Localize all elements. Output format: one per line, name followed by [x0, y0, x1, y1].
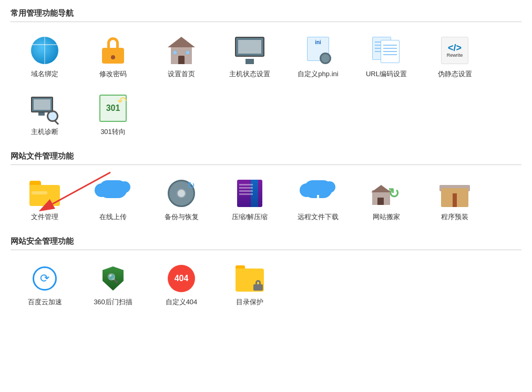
- divider-file: [11, 164, 521, 165]
- compress-icon: [237, 180, 262, 207]
- rewrite-item[interactable]: </> Rewrite 伪静态设置: [421, 30, 489, 83]
- compress-item[interactable]: 压缩/解压缩: [216, 173, 284, 226]
- section-title-common: 常用管理功能导航: [11, 8, 521, 18]
- file-icon-grid: 文件管理 在线上传 ↻: [11, 173, 521, 226]
- security-icon-grid: ⟳ 百度云加速 🔍 360后门扫描: [11, 259, 521, 311]
- section-security: 网站安全管理功能 ⟳ 百度云加速 �: [11, 236, 521, 311]
- change-password-item[interactable]: 修改密码: [79, 30, 147, 83]
- dir-protect-item[interactable]: 目录保护: [216, 259, 284, 311]
- host-status-label: 主机状态设置: [229, 69, 270, 79]
- folder-icon: [29, 181, 60, 206]
- monitor-icon: [235, 37, 264, 64]
- baidu-speed-item[interactable]: ⟳ 百度云加速: [11, 259, 79, 311]
- change-password-label: 修改密码: [99, 69, 127, 79]
- host-status-item[interactable]: 主机状态设置: [216, 30, 284, 83]
- compress-icon-box: [234, 178, 265, 209]
- remote-download-item[interactable]: 远程文件下载: [284, 173, 352, 226]
- url-encoding-label: URL编码设置: [366, 69, 407, 79]
- host-diagnose-icon-box: [29, 92, 60, 124]
- site-move-item[interactable]: ↻ 网站搬家: [352, 173, 421, 226]
- backup-icon: ↻: [168, 180, 195, 207]
- online-upload-label: 在线上传: [99, 212, 127, 222]
- rewrite-label: 伪静态设置: [438, 69, 472, 79]
- redirect-301-icon-box: ↶ 301: [97, 92, 129, 124]
- lock-icon: [102, 37, 124, 64]
- set-homepage-icon-box: [166, 35, 197, 66]
- preinstall-label: 程序预装: [441, 212, 468, 222]
- baidu-speed-icon-box: ⟳: [29, 263, 60, 294]
- file-manager-icon-box: [29, 178, 60, 209]
- section-common: 常用管理功能导航 域名绑定 修改密码: [11, 8, 521, 141]
- preinstall-icon-box: [439, 178, 470, 209]
- domain-bind-label: 域名绑定: [31, 69, 58, 79]
- custom-phpini-label: 自定义php.ini: [298, 69, 338, 79]
- backup-restore-item[interactable]: ↻ 备份与恢复: [147, 173, 216, 226]
- backup-restore-icon-box: ↻: [166, 178, 197, 209]
- moving-house-icon: ↻: [372, 180, 401, 207]
- section-title-file: 网站文件管理功能: [11, 151, 521, 161]
- baidu-icon: ⟳: [31, 265, 58, 292]
- rewrite-icon: </> Rewrite: [441, 37, 468, 64]
- section-title-security: 网站安全管理功能: [11, 236, 521, 246]
- redirect-301-item[interactable]: ↶ 301 301转向: [79, 88, 147, 141]
- common-icon-grid: 域名绑定 修改密码: [11, 30, 521, 141]
- custom-phpini-icon-box: ini: [302, 35, 334, 66]
- custom-phpini-item[interactable]: ini 自定义php.ini: [284, 30, 352, 83]
- host-diagnose-label: 主机诊断: [31, 127, 58, 137]
- globe-icon: [31, 37, 58, 64]
- host-status-icon-box: [234, 35, 265, 66]
- file-manager-item[interactable]: 文件管理: [11, 173, 79, 226]
- custom-404-label: 自定义404: [166, 297, 198, 307]
- online-upload-icon-box: [97, 178, 129, 209]
- compress-label: 压缩/解压缩: [232, 212, 268, 222]
- shield-icon: 🔍: [99, 265, 127, 292]
- host-diagnose-item[interactable]: 主机诊断: [11, 88, 79, 141]
- section-file: 网站文件管理功能 文件管理: [11, 151, 521, 226]
- magnifier-icon: [31, 95, 58, 122]
- package-icon: [441, 180, 468, 207]
- domain-bind-icon-box: [29, 35, 60, 66]
- custom-404-item[interactable]: 404 自定义404: [147, 259, 216, 311]
- url-encoding-item[interactable]: URL编码设置: [352, 30, 421, 83]
- url-icon: [372, 37, 401, 64]
- divider-common: [11, 22, 521, 22]
- redirect-301-label: 301转向: [100, 127, 126, 137]
- baidu-speed-label: 百度云加速: [28, 297, 62, 307]
- page-container: 常用管理功能导航 域名绑定 修改密码: [11, 8, 521, 311]
- backdoor-scan-label: 360后门扫描: [94, 297, 132, 307]
- file-manager-label: 文件管理: [31, 212, 58, 222]
- remote-download-icon-box: [302, 178, 334, 209]
- domain-bind-item[interactable]: 域名绑定: [11, 30, 79, 83]
- ini-icon: ini: [305, 37, 331, 64]
- url-encoding-icon-box: [371, 35, 402, 66]
- backdoor-scan-icon-box: 🔍: [97, 263, 129, 294]
- preinstall-item[interactable]: 程序预装: [421, 173, 489, 226]
- cloud-upload-icon: [99, 180, 127, 207]
- site-move-label: 网站搬家: [373, 212, 400, 222]
- site-move-icon-box: ↻: [371, 178, 402, 209]
- backup-restore-label: 备份与恢复: [165, 212, 199, 222]
- backdoor-scan-item[interactable]: 🔍 360后门扫描: [79, 259, 147, 311]
- folder-lock-icon: [236, 265, 264, 292]
- house-icon: [168, 37, 195, 64]
- set-homepage-label: 设置首页: [168, 69, 195, 79]
- rewrite-icon-box: </> Rewrite: [439, 35, 470, 66]
- redirect-301-icon: ↶ 301: [99, 95, 127, 122]
- divider-security: [11, 250, 521, 250]
- error-404-icon: 404: [168, 265, 195, 292]
- online-upload-item[interactable]: 在线上传: [79, 173, 147, 226]
- remote-download-label: 远程文件下载: [298, 212, 339, 222]
- cloud-download-icon: [304, 180, 332, 207]
- dir-protect-label: 目录保护: [236, 297, 263, 307]
- change-password-icon-box: [97, 35, 129, 66]
- dir-protect-icon-box: [234, 263, 265, 294]
- set-homepage-item[interactable]: 设置首页: [147, 30, 216, 83]
- custom-404-icon-box: 404: [166, 263, 197, 294]
